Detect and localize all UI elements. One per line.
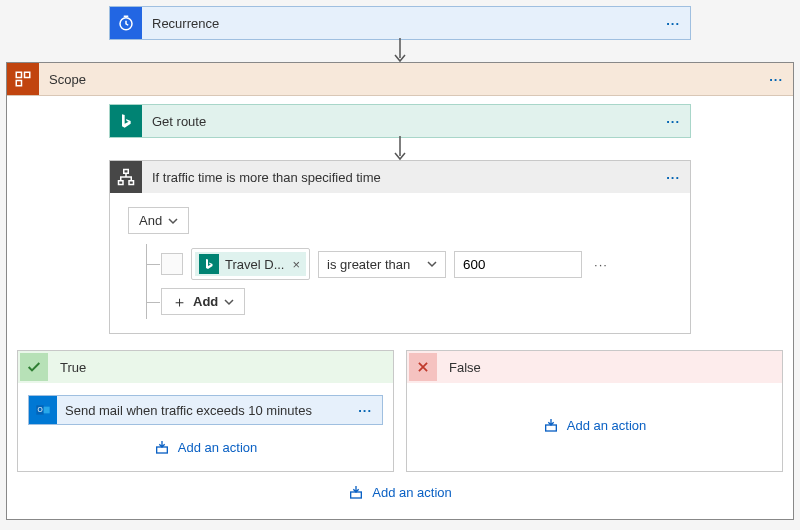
condition-icon (110, 161, 142, 193)
condition-title: If traffic time is more than specified t… (142, 170, 656, 185)
chevron-down-icon (427, 259, 437, 269)
group-op-label: And (139, 213, 162, 228)
row-drag-handle[interactable] (161, 253, 183, 275)
condition-menu[interactable]: ··· (656, 170, 690, 185)
add-action-label: Add an action (178, 440, 258, 455)
bing-icon (110, 105, 142, 137)
svg-rect-6 (129, 181, 134, 185)
scope-title: Scope (39, 72, 759, 87)
add-action-false[interactable]: Add an action (543, 417, 647, 433)
condition-add-row: ＋ Add (147, 284, 672, 319)
svg-rect-4 (124, 170, 129, 174)
condition-group-operator[interactable]: And (128, 207, 189, 234)
chip-remove[interactable]: × (290, 257, 302, 272)
chevron-down-icon (168, 216, 178, 226)
svg-rect-3 (16, 81, 21, 86)
row-menu[interactable]: ··· (590, 257, 612, 272)
add-condition-button[interactable]: ＋ Add (161, 288, 245, 315)
condition-card: If traffic time is more than specified t… (109, 160, 691, 334)
svg-text:O: O (37, 406, 42, 413)
bing-icon (199, 254, 219, 274)
add-action-icon (154, 439, 170, 455)
chevron-down-icon (224, 297, 234, 307)
trigger-menu[interactable]: ··· (656, 16, 690, 31)
plus-icon: ＋ (172, 294, 187, 309)
add-action-icon (543, 417, 559, 433)
arrow-connector (6, 40, 794, 62)
chip-label: Travel D... (225, 257, 284, 272)
branch-false: False Add an action (406, 350, 783, 472)
send-mail-menu[interactable]: ··· (348, 403, 382, 418)
condition-header[interactable]: If traffic time is more than specified t… (110, 161, 690, 193)
add-label: Add (193, 294, 218, 309)
add-action-label: Add an action (372, 485, 452, 500)
scope-menu[interactable]: ··· (759, 72, 793, 87)
condition-row: Travel D... × is greater than ··· (147, 244, 672, 284)
check-icon (20, 353, 48, 381)
action-get-route[interactable]: Get route ··· (109, 104, 691, 138)
svg-rect-9 (44, 407, 50, 414)
branch-true-label: True (50, 360, 393, 375)
value-input[interactable] (454, 251, 582, 278)
branch-true: True O Send mail when traffic exceeds 10… (17, 350, 394, 472)
scope-container: Scope ··· Get route ··· (6, 62, 794, 520)
arrow-connector (17, 138, 783, 160)
get-route-menu[interactable]: ··· (656, 114, 690, 129)
operator-select[interactable]: is greater than (318, 251, 446, 278)
svg-rect-1 (16, 72, 21, 77)
x-icon (409, 353, 437, 381)
clock-icon (110, 7, 142, 39)
scope-icon (7, 63, 39, 95)
add-action-icon (348, 484, 364, 500)
add-action-true[interactable]: Add an action (154, 439, 258, 455)
outlook-icon: O (29, 396, 57, 424)
operator-label: is greater than (327, 257, 410, 272)
add-action-label: Add an action (567, 418, 647, 433)
trigger-title: Recurrence (142, 16, 656, 31)
trigger-recurrence[interactable]: Recurrence ··· (109, 6, 691, 40)
svg-rect-2 (25, 72, 30, 77)
branch-false-label: False (439, 360, 782, 375)
scope-header[interactable]: Scope ··· (7, 63, 793, 96)
send-mail-title: Send mail when traffic exceeds 10 minute… (57, 397, 348, 424)
svg-rect-5 (119, 181, 124, 185)
action-send-mail[interactable]: O Send mail when traffic exceeds 10 minu… (28, 395, 383, 425)
get-route-title: Get route (142, 114, 656, 129)
operand-chip[interactable]: Travel D... × (191, 248, 310, 280)
branch-false-header[interactable]: False (407, 351, 782, 383)
branch-true-header[interactable]: True (18, 351, 393, 383)
add-action-scope[interactable]: Add an action (348, 484, 452, 500)
